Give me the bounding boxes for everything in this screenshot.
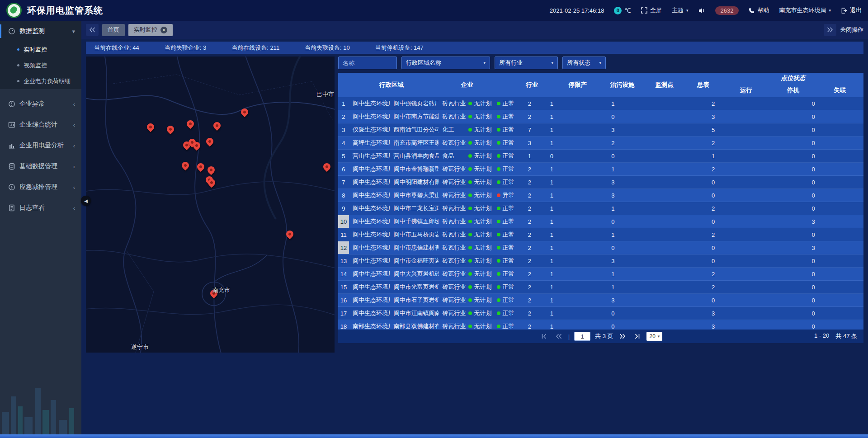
fullscreen-icon [641,7,647,14]
status-filter-select[interactable]: 所有状态 ▾ [562,57,606,69]
status-dot-icon [468,259,472,263]
last-page-button[interactable] [632,332,642,341]
sidebar-item-company-abnormal[interactable]: 企业异常 ‹ [0,94,81,114]
table-row[interactable]: 5营山生态环境局营山县润丰肉食品有限食品无计划正常10010 [338,150,863,163]
cell-industry: 砖瓦行业 [439,281,467,293]
status-dot-icon [468,246,472,250]
table-row[interactable]: 1阆中生态环境局阆中强锐页岩砖厂砖瓦行业无计划正常21120 [338,97,863,110]
table-row[interactable]: 4高坪生态环境局南充市高坪区王家店建砖瓦行业无计划正常31220 [338,137,863,150]
industry-filter-select[interactable]: 所有行业 ▾ [495,57,558,69]
alarm-sound-button[interactable] [698,8,705,14]
sidebar-item-company-statistics[interactable]: 企业综合统计 ‹ [0,114,81,135]
cell-lost: 0 [763,163,863,175]
cell-meters: 1 [541,294,563,306]
page-number-input[interactable] [574,332,590,341]
cell-points: 2 [519,241,541,254]
pagination-divider: | [568,333,570,340]
stat-item: 当前失联设备: 10 [305,44,350,52]
table-row[interactable]: 18南部生态环境局南部县双佛建材有限公砖瓦行业无计划正常21030 [338,320,863,330]
table-row[interactable]: 12阆中生态环境局阆中市忠信建材有限公砖瓦行业无计划正常21003 [338,241,863,254]
cell-run: 0 [563,110,663,123]
table-row[interactable]: 16阆中生态环境局阆中市石子页岩机砖厂砖瓦行业无计划正常21300 [338,294,863,307]
status-dot-icon [497,167,500,171]
table-row[interactable]: 7阆中生态环境局阆中明阳建材有限公司砖瓦行业无计划正常21300 [338,176,863,189]
top-header: 环保用电监管系统 2021-02-25 17:46:18 0 ℃ 全屏 主题 ▾ [0,0,868,21]
sidebar: 数据监测 ▾ 实时监控 视频监控 企业电力负荷明细 [0,21,81,438]
table-row[interactable]: 9阆中生态环境局阆中市二龙长宝页岩砖砖瓦行业无计划正常21120 [338,202,863,215]
sidebar-item-realtime-monitoring[interactable]: 实时监控 [0,42,81,57]
cell-region: 阆中生态环境局 [349,294,390,306]
sidebar-group-data-monitoring: 数据监测 ▾ 实时监控 视频监控 企业电力负荷明细 [0,21,81,89]
table-row[interactable]: 14阆中生态环境局阆中大兴页岩机砖厂砖瓦行业无计划正常21120 [338,268,863,281]
right-panel: 行政区域名称 ▾ 所有行业 ▾ 所有状态 ▾ [338,57,863,343]
close-operations-button[interactable]: 关闭操作 [840,26,863,34]
region-filter-select[interactable]: 行政区域名称 ▾ [401,57,490,69]
next-page-button[interactable] [618,332,627,341]
stat-item: 当前失联企业: 3 [165,44,206,52]
status-dot-icon [497,115,500,118]
sidebar-item-label: 企业综合统计 [19,121,69,129]
status-dot-icon [468,141,472,145]
sidebar-item-log-view[interactable]: 日志查看 ‹ [0,198,81,218]
cell-lost: 0 [763,320,863,330]
cell-meters: 1 [541,110,563,123]
tab-bar: 首页 实时监控 × 关闭操作 [81,21,868,39]
bar-chart-icon [8,142,15,149]
header-industry: 行业 [508,73,556,97]
table-row[interactable]: 8阆中生态环境局阆中市枣碧大梁山页岩砖瓦行业无计划异常21300 [338,189,863,202]
cell-company: 阆中市枣碧大梁山页岩 [390,189,439,202]
fullscreen-button[interactable]: 全屏 [641,6,662,14]
prev-page-button[interactable] [554,332,564,341]
sidebar-item-power-analysis[interactable]: 企业用电量分析 ‹ [0,135,81,156]
name-filter-input[interactable] [338,57,397,69]
status-dot-icon [497,193,500,197]
cell-index: 11 [338,228,349,241]
table-row[interactable]: 6阆中生态环境局阆中市金博瑞新型墙材砖瓦行业无计划正常21120 [338,163,863,176]
theme-dropdown[interactable]: 主题 ▾ [672,6,689,14]
bottom-strip [0,434,868,438]
sidebar-item-emergency-management[interactable]: 应急减排管理 ‹ [0,177,81,198]
cell-points: 2 [519,110,541,123]
sidebar-item-power-load-detail[interactable]: 企业电力负荷明细 [0,73,81,89]
cell-industry: 砖瓦行业 [439,97,467,110]
first-page-button[interactable] [539,332,549,341]
alarm-count-badge[interactable]: 2632 [715,6,739,15]
cell-run: 3 [563,189,663,202]
header-company: 企业 [426,73,508,97]
table-row[interactable]: 10阆中生态环境局阆中千佛镇五郎垭页岩砖瓦行业无计划正常21003 [338,215,863,228]
table-row[interactable]: 3仪陇生态环境局西南油气田分公司川中化工无计划正常71350 [338,123,863,137]
cell-limit-status: 无计划 [467,163,493,175]
sidebar-collapse-button[interactable]: ◀ [81,196,91,206]
cell-points: 2 [519,176,541,188]
tabs-scroll-left-button[interactable] [86,24,99,36]
map-panel[interactable]: 巴中市南充市遂宁市 [86,57,335,353]
sidebar-item-base-data[interactable]: 基础数据管理 ‹ [0,156,81,177]
page-size-select[interactable]: 20 ▾ [646,332,662,341]
cell-index: 5 [338,150,349,162]
chevron-collapsed-icon: ‹ [73,205,75,212]
logout-button[interactable]: 退出 [841,6,862,14]
help-button[interactable]: 帮助 [749,6,769,14]
cell-meters: 1 [541,97,563,110]
cell-lost: 0 [763,150,863,162]
tabs-scroll-right-button[interactable] [824,24,836,36]
sidebar-item-data-monitoring[interactable]: 数据监测 ▾ [0,21,81,42]
table-row[interactable]: 2阆中生态环境局阆中市南方节能建材有砖瓦行业无计划正常21030 [338,110,863,123]
table-row[interactable]: 11阆中生态环境局阆中市五马桥页岩机砖砖瓦行业无计划正常21120 [338,228,863,241]
tab-home[interactable]: 首页 [102,24,125,36]
cell-index: 14 [338,268,349,280]
tab-realtime-monitoring[interactable]: 实时监控 × [128,24,173,36]
cell-lost: 0 [763,294,863,306]
table-row[interactable]: 15阆中生态环境局阆中市光富页岩机砖厂砖瓦行业无计划正常21120 [338,281,863,294]
org-dropdown[interactable]: 南充市生态环境局 ▾ [779,6,831,14]
phone-icon [749,8,755,14]
table-row[interactable]: 13阆中生态环境局阆中市金福旺页岩机砖砖瓦行业无计划正常21300 [338,254,863,268]
cell-meters: 1 [541,123,563,136]
sidebar-item-video-monitoring[interactable]: 视频监控 [0,57,81,73]
cell-industry: 食品 [439,150,467,162]
close-icon[interactable]: × [160,27,167,33]
table-row[interactable]: 17阆中生态环境局阆中市江南镇阆南页岩砖瓦行业无计划正常21030 [338,307,863,320]
filter-bar: 行政区域名称 ▾ 所有行业 ▾ 所有状态 ▾ [338,57,863,70]
cell-points: 1 [519,150,541,162]
cell-industry: 砖瓦行业 [439,241,467,254]
